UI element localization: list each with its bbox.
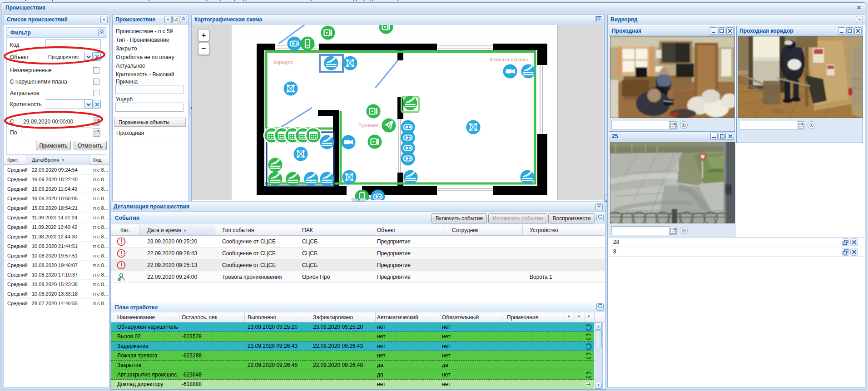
event-row[interactable]: 22.09.2020 09:25:13 Сообщение от СЦСБ СЦ…	[111, 259, 605, 271]
menu-item[interactable]: Инфо	[388, 0, 404, 1]
plan-action-icon[interactable]	[585, 333, 592, 341]
filter-checkbox[interactable]	[93, 67, 99, 74]
video3-calendar-icon[interactable]	[669, 227, 677, 235]
video2-feed[interactable]	[738, 36, 863, 118]
incident-row[interactable]: Средний 10.08.2020 19:46:07 п с 8...	[4, 261, 109, 270]
plan-row[interactable]: Ложная тревога -623288 нет нет	[111, 351, 594, 361]
incident-row[interactable]: Средний 10.08.2020 17:10:37 п с 8...	[4, 270, 109, 280]
plan-action-icon[interactable]	[585, 361, 592, 369]
map-device-icon[interactable]	[343, 56, 357, 70]
video1-close-icon[interactable]	[726, 27, 734, 35]
map-device-icon[interactable]	[404, 170, 418, 184]
plan-row[interactable]: Авт.закрытие происшес... -623648 да нет	[111, 370, 594, 380]
filter-checkbox[interactable]	[93, 79, 99, 85]
video1-titlebar[interactable]: Проходная	[609, 26, 734, 36]
menu-item[interactable]: Поиск по справочникам	[116, 0, 181, 1]
plan-col-done[interactable]: Выполнено	[248, 314, 276, 321]
plan-row[interactable]: Закрытие 22.09.2020 09:26:48 22.09.2020 …	[111, 361, 594, 370]
date-from-calendar-icon[interactable]	[93, 117, 100, 126]
plan-col-fixed[interactable]: Зафиксировано	[313, 314, 353, 321]
reason-input[interactable]	[115, 85, 184, 94]
map-device-icon[interactable]	[342, 135, 356, 149]
scroll-down-icon[interactable]: ▼	[595, 382, 602, 389]
video2-calendar-icon[interactable]	[797, 121, 804, 129]
filter-collapse-icon[interactable]	[98, 29, 105, 36]
plan-col-star3[interactable]: *	[588, 314, 590, 321]
plan-col-star2[interactable]: *	[578, 314, 580, 321]
incident-row[interactable]: Средний 10.08.2020 15:23:38 п с 8...	[4, 280, 109, 289]
camera-close-icon[interactable]	[850, 248, 858, 256]
events-col-object[interactable]: Объект	[377, 227, 396, 233]
video1-minimize-icon[interactable]	[710, 27, 717, 35]
map-device-icon[interactable]	[321, 26, 335, 40]
plan-col-name[interactable]: Наименование	[117, 314, 155, 321]
include-event-button[interactable]: Включить событие	[432, 213, 487, 223]
incident-row[interactable]: Средний 11.09.2020 13:40:42 п с 8...	[4, 223, 109, 232]
plan-col-remaining[interactable]: Осталось, сек	[182, 314, 217, 321]
map-device-icon[interactable]	[371, 190, 385, 201]
video-collapse-right-icon[interactable]: »	[856, 16, 863, 23]
map-device-icon[interactable]	[307, 129, 321, 143]
video2-time-input[interactable]	[739, 121, 797, 130]
events-col-employee[interactable]: Сотрудник	[452, 227, 478, 233]
scroll-thumb[interactable]	[595, 330, 602, 348]
map-device-icon[interactable]	[268, 172, 283, 186]
map-layout-icon[interactable]	[595, 16, 602, 23]
incident-row[interactable]: Средний 15.09.2020 18:54:21 п с 8...	[4, 203, 109, 213]
plan-action-icon[interactable]	[585, 381, 592, 388]
incident-row[interactable]: Средний 16.09.2020 11:04:49 п с 8...	[4, 184, 109, 194]
splitter-map-detail[interactable]: ▼	[352, 198, 366, 202]
incident-collapse-up-icon[interactable]	[180, 16, 187, 23]
splitter-incident-map[interactable]: ◄	[189, 102, 191, 114]
menu-item[interactable]: Происшествия	[48, 0, 88, 1]
plan-refresh-icon[interactable]	[596, 303, 604, 311]
map-device-icon[interactable]	[368, 135, 382, 149]
incident-collapse-left-icon[interactable]: «	[164, 16, 172, 23]
apply-button[interactable]: Применить	[36, 141, 71, 150]
splitter-video[interactable]: ►	[605, 194, 607, 207]
map-device-icon[interactable]	[379, 25, 393, 34]
event-row[interactable]: 22.09.2020 09:26:43 Сообщение от СЦСБ СЦ…	[111, 247, 605, 259]
incident-row[interactable]: Средний 10.08.2020 21:44:51 п с 8...	[4, 242, 109, 251]
object-combo-dropdown-icon[interactable]	[84, 52, 93, 61]
video3-maximize-icon[interactable]	[719, 133, 726, 140]
incident-row[interactable]: Средний 11.08.2020 12:44:30 п с 8...	[4, 232, 109, 242]
plan-col-note[interactable]: Примечание	[507, 314, 538, 321]
criticality-combo-dropdown-icon[interactable]	[84, 99, 93, 109]
incident-row[interactable]: Средний 28.07.2020 14:46:55 п с 8...	[4, 299, 109, 308]
map-device-icon[interactable]	[304, 172, 318, 186]
column-crit[interactable]: Крит.	[7, 157, 19, 163]
menu-item[interactable]: Настройка	[298, 0, 326, 1]
video3-play-icon[interactable]	[680, 227, 688, 234]
map-device-icon[interactable]	[324, 56, 338, 70]
affected-object-item[interactable]: Проходная	[113, 129, 188, 137]
incident-row[interactable]: Средний 22.09.2020 09:24:54 п с 8...	[4, 165, 109, 175]
plan-action-icon[interactable]	[585, 371, 592, 379]
events-col-device[interactable]: Устройство	[530, 227, 558, 233]
column-datetime[interactable]: Дата/Время▼	[32, 157, 65, 163]
events-col-cat[interactable]: Кат.	[120, 227, 130, 233]
menu-item[interactable]: Видеоряд	[346, 0, 373, 1]
plan-row[interactable]: Задержание 22.09.2020 09:26:43 22.09.202…	[111, 342, 594, 351]
video2-maximize-icon[interactable]	[846, 27, 853, 35]
play-events-button[interactable]: Воспроизвести	[548, 213, 595, 223]
window-close-icon[interactable]: ✕	[855, 4, 863, 11]
exclude-event-button[interactable]: Исключить событие	[488, 213, 547, 223]
filter-checkbox[interactable]	[93, 90, 99, 96]
video3-feed[interactable]	[610, 142, 735, 223]
map-device-icon[interactable]	[320, 135, 334, 149]
criticality-combo-input[interactable]	[46, 99, 85, 109]
object-clear-icon[interactable]	[94, 52, 101, 61]
plan-row[interactable]: Доклад директору -618888 нет нет	[111, 380, 594, 389]
plan-col-auto[interactable]: Автоматический	[377, 314, 418, 321]
code-input[interactable]	[45, 40, 101, 49]
plan-row[interactable]: Обнаружен нарушитель 23.09.2020 09:25:20…	[111, 322, 594, 332]
map-device-icon[interactable]	[301, 37, 315, 51]
event-row[interactable]: 23.09.2020 09:25:20 Сообщение от СЦСБ СЦ…	[111, 236, 605, 247]
map-device-icon[interactable]	[403, 96, 417, 110]
map-device-icon[interactable]	[401, 152, 415, 166]
video1-calendar-icon[interactable]	[669, 121, 677, 129]
camera-windows-icon[interactable]	[842, 248, 849, 256]
video2-minimize-icon[interactable]	[838, 27, 845, 35]
video2-titlebar[interactable]: Проходная коридор	[737, 26, 863, 36]
